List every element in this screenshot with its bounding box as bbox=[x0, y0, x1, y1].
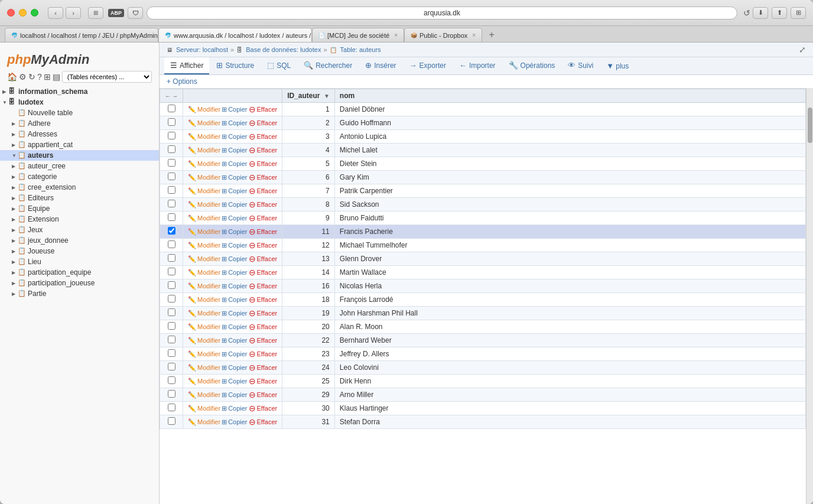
copier-label[interactable]: Copier bbox=[228, 147, 247, 154]
effacer-label[interactable]: Effacer bbox=[257, 296, 278, 303]
tab-2[interactable]: 🐬 www.arquusia.dk / localhost / ludotex … bbox=[158, 28, 312, 42]
modifier-button[interactable]: ✏️ Modifier bbox=[188, 147, 220, 154]
effacer-button[interactable]: ⊖ Effacer bbox=[249, 349, 278, 359]
effacer-button[interactable]: ⊖ Effacer bbox=[249, 173, 278, 182]
modifier-button[interactable]: ✏️ Modifier bbox=[188, 269, 220, 277]
th-nom[interactable]: nom bbox=[334, 89, 805, 103]
copier-label[interactable]: Copier bbox=[228, 337, 247, 344]
effacer-button[interactable]: ⊖ Effacer bbox=[249, 240, 278, 250]
expand-icon[interactable]: ▶ bbox=[12, 249, 18, 254]
modifier-label[interactable]: Modifier bbox=[197, 337, 220, 344]
modifier-button[interactable]: ✏️ Modifier bbox=[188, 378, 220, 385]
sidebar-item-lieu[interactable]: ▶ 📋 Lieu bbox=[0, 256, 159, 267]
effacer-button[interactable]: ⊖ Effacer bbox=[249, 322, 278, 331]
expand-icon[interactable]: ▶ bbox=[12, 238, 18, 243]
modifier-label[interactable]: Modifier bbox=[197, 147, 220, 154]
row-checkbox[interactable] bbox=[168, 173, 175, 180]
sidebar-item-appartient-cat[interactable]: ▶ 📋 appartient_cat bbox=[0, 139, 159, 150]
row-checkbox[interactable] bbox=[168, 404, 175, 411]
modifier-button[interactable]: ✏️ Modifier bbox=[188, 228, 220, 236]
breadcrumb-server[interactable]: Serveur: localhost bbox=[176, 46, 228, 53]
copier-label[interactable]: Copier bbox=[228, 214, 247, 222]
modifier-label[interactable]: Modifier bbox=[197, 160, 220, 167]
scrollbar-thumb[interactable] bbox=[808, 108, 812, 143]
modifier-button[interactable]: ✏️ Modifier bbox=[188, 214, 220, 222]
tab-suivi[interactable]: 👁 Suivi bbox=[562, 57, 599, 74]
effacer-button[interactable]: ⊖ Effacer bbox=[249, 145, 278, 155]
sidebar-item-extension[interactable]: ▶ 📋 Extension bbox=[0, 214, 159, 225]
copier-label[interactable]: Copier bbox=[228, 201, 247, 208]
effacer-button[interactable]: ⊖ Effacer bbox=[249, 254, 278, 264]
tab-more[interactable]: ▼ plus bbox=[600, 58, 635, 74]
modifier-button[interactable]: ✏️ Modifier bbox=[188, 405, 220, 412]
copier-button[interactable]: ⊞ Copier bbox=[222, 405, 247, 412]
effacer-label[interactable]: Effacer bbox=[257, 106, 278, 113]
tab-exporter[interactable]: → Exporter bbox=[404, 57, 452, 74]
modifier-button[interactable]: ✏️ Modifier bbox=[188, 201, 220, 209]
copier-button[interactable]: ⊞ Copier bbox=[222, 255, 247, 263]
copier-label[interactable]: Copier bbox=[228, 228, 247, 235]
effacer-label[interactable]: Effacer bbox=[257, 310, 278, 317]
effacer-label[interactable]: Effacer bbox=[257, 214, 278, 222]
sidebar-toggle-button[interactable]: ⊞ bbox=[791, 7, 806, 19]
copier-button[interactable]: ⊞ Copier bbox=[222, 187, 247, 195]
copier-button[interactable]: ⊞ Copier bbox=[222, 160, 247, 168]
expand-icon[interactable]: ▼ bbox=[12, 153, 18, 158]
modifier-label[interactable]: Modifier bbox=[197, 391, 220, 398]
modifier-button[interactable]: ✏️ Modifier bbox=[188, 174, 220, 181]
expand-icon[interactable]: ▶ bbox=[12, 206, 18, 212]
effacer-label[interactable]: Effacer bbox=[257, 174, 278, 181]
row-checkbox[interactable] bbox=[168, 417, 175, 425]
expand-icon[interactable]: ▶ bbox=[12, 259, 18, 265]
modifier-label[interactable]: Modifier bbox=[197, 174, 220, 181]
expand-icon[interactable]: ▶ bbox=[12, 270, 18, 275]
sidebar-item-participation-equipe[interactable]: ▶ 📋 participation_equipe bbox=[0, 267, 159, 278]
copier-button[interactable]: ⊞ Copier bbox=[222, 337, 247, 344]
effacer-label[interactable]: Effacer bbox=[257, 364, 278, 371]
tab-close[interactable]: × bbox=[472, 32, 476, 38]
sidebar-item-participation-joueuse[interactable]: ▶ 📋 participation_joueuse bbox=[0, 278, 159, 288]
grid-icon[interactable]: ⊞ bbox=[44, 72, 51, 82]
address-bar[interactable]: arquusia.dk bbox=[147, 6, 737, 19]
copier-button[interactable]: ⊞ Copier bbox=[222, 106, 247, 113]
row-checkbox[interactable] bbox=[168, 213, 175, 221]
effacer-label[interactable]: Effacer bbox=[257, 133, 278, 140]
nav-right-arrow[interactable]: → bbox=[172, 93, 178, 99]
copier-button[interactable]: ⊞ Copier bbox=[222, 364, 247, 372]
effacer-label[interactable]: Effacer bbox=[257, 378, 278, 385]
effacer-button[interactable]: ⊖ Effacer bbox=[249, 105, 278, 114]
tab-4[interactable]: 📦 Public - Dropbox × bbox=[404, 28, 482, 42]
effacer-button[interactable]: ⊖ Effacer bbox=[249, 376, 278, 386]
sidebar-item-adresses[interactable]: ▶ 📋 Adresses bbox=[0, 129, 159, 139]
modifier-button[interactable]: ✏️ Modifier bbox=[188, 364, 220, 372]
modifier-label[interactable]: Modifier bbox=[197, 378, 220, 385]
copier-label[interactable]: Copier bbox=[228, 364, 247, 371]
modifier-button[interactable]: ✏️ Modifier bbox=[188, 310, 220, 317]
effacer-label[interactable]: Effacer bbox=[257, 391, 278, 398]
modifier-button[interactable]: ✏️ Modifier bbox=[188, 187, 220, 195]
modifier-label[interactable]: Modifier bbox=[197, 106, 220, 113]
row-checkbox[interactable] bbox=[168, 336, 175, 343]
sidebar-item-equipe[interactable]: ▶ 📋 Equipe bbox=[0, 203, 159, 214]
row-checkbox[interactable] bbox=[168, 200, 175, 207]
download-button[interactable]: ⬇ bbox=[753, 7, 768, 19]
copier-button[interactable]: ⊞ Copier bbox=[222, 378, 247, 385]
modifier-label[interactable]: Modifier bbox=[197, 364, 220, 371]
copier-button[interactable]: ⊞ Copier bbox=[222, 350, 247, 358]
sidebar-item-auteurs[interactable]: ▼ 📋 auteurs bbox=[0, 150, 159, 161]
copier-button[interactable]: ⊞ Copier bbox=[222, 391, 247, 399]
modifier-label[interactable]: Modifier bbox=[197, 405, 220, 412]
effacer-button[interactable]: ⊖ Effacer bbox=[249, 132, 278, 141]
effacer-button[interactable]: ⊖ Effacer bbox=[249, 200, 278, 209]
modifier-button[interactable]: ✏️ Modifier bbox=[188, 391, 220, 399]
modifier-label[interactable]: Modifier bbox=[197, 228, 220, 235]
expand-icon[interactable]: ▶ bbox=[12, 291, 18, 297]
copier-label[interactable]: Copier bbox=[228, 350, 247, 357]
th-id[interactable]: ID_auteur ▼ bbox=[282, 89, 335, 103]
modifier-button[interactable]: ✏️ Modifier bbox=[188, 242, 220, 249]
copier-label[interactable]: Copier bbox=[228, 106, 247, 113]
copier-label[interactable]: Copier bbox=[228, 296, 247, 303]
breadcrumb-db[interactable]: Base de données: ludotex bbox=[246, 46, 321, 53]
copier-label[interactable]: Copier bbox=[228, 187, 247, 194]
modifier-label[interactable]: Modifier bbox=[197, 119, 220, 126]
